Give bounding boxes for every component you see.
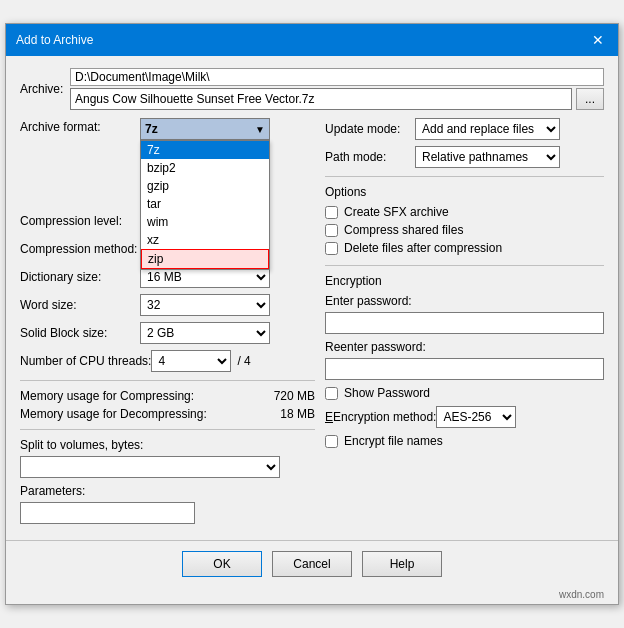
add-to-archive-dialog: Add to Archive ✕ Archive: D:\Document\Im… <box>5 23 619 605</box>
delete-after-checkbox[interactable] <box>325 242 338 255</box>
dialog-title: Add to Archive <box>16 33 93 47</box>
format-option-zip[interactable]: zip <box>141 249 269 269</box>
ok-button[interactable]: OK <box>182 551 262 577</box>
update-mode-select[interactable]: Add and replace files Update and add fil… <box>415 118 560 140</box>
format-selected[interactable]: 7z ▼ <box>140 118 270 140</box>
format-option-tar[interactable]: tar <box>141 195 269 213</box>
enter-password-input[interactable] <box>325 312 604 334</box>
compress-shared-checkbox[interactable] <box>325 224 338 237</box>
cpu-threads-max: / 4 <box>237 354 250 368</box>
format-selected-text: 7z <box>145 122 158 136</box>
memory-compress-row: Memory usage for Compressing: 720 MB <box>20 389 315 403</box>
reenter-password-input[interactable] <box>325 358 604 380</box>
solid-block-size-row: Solid Block size: 2 GB 1 GB 4 GB <box>20 322 315 344</box>
right-panel: Update mode: Add and replace files Updat… <box>325 118 604 524</box>
show-password-checkbox[interactable] <box>325 387 338 400</box>
format-dropdown[interactable]: 7z ▼ 7z bzip2 gzip tar wim xz zip <box>140 118 270 140</box>
cpu-threads-row: Number of CPU threads: 4 1 2 / 4 <box>20 350 315 372</box>
parameters-row: Parameters: <box>20 484 315 524</box>
parameters-input[interactable] <box>20 502 195 524</box>
encryption-title: Encryption <box>325 274 604 288</box>
word-size-label: Word size: <box>20 298 140 312</box>
split-volumes-select[interactable]: 10M 25M 100M 1G <box>20 456 280 478</box>
memory-compress-value: 720 MB <box>274 389 315 403</box>
path-mode-row: Path mode: Relative pathnames Absolute p… <box>325 146 604 168</box>
close-icon: ✕ <box>592 32 604 48</box>
show-password-label: Show Password <box>344 386 430 400</box>
path-mode-select[interactable]: Relative pathnames Absolute pathnames No… <box>415 146 560 168</box>
format-label: Archive format: <box>20 118 140 134</box>
options-title: Options <box>325 185 604 199</box>
left-panel: Archive format: 7z ▼ 7z bzip2 gzip tar w… <box>20 118 315 524</box>
delete-after-label: Delete files after compression <box>344 241 502 255</box>
archive-dir-display: D:\Document\Image\Milk\ <box>70 68 604 86</box>
format-option-xz[interactable]: xz <box>141 231 269 249</box>
help-button[interactable]: Help <box>362 551 442 577</box>
word-size-row: Word size: 32 16 64 128 <box>20 294 315 316</box>
compression-method-label: Compression method: <box>20 242 140 256</box>
format-option-7z[interactable]: 7z <box>141 141 269 159</box>
encrypt-filenames-row: Encrypt file names <box>325 434 604 448</box>
bottom-buttons: OK Cancel Help <box>6 540 618 589</box>
cancel-button[interactable]: Cancel <box>272 551 352 577</box>
format-row: Archive format: 7z ▼ 7z bzip2 gzip tar w… <box>20 118 315 140</box>
encryption-method-select[interactable]: AES-256 ZipCrypto <box>436 406 516 428</box>
split-volumes-label: Split to volumes, bytes: <box>20 438 315 452</box>
close-button[interactable]: ✕ <box>588 30 608 50</box>
cpu-threads-select[interactable]: 4 1 2 <box>151 350 231 372</box>
compress-shared-label: Compress shared files <box>344 223 463 237</box>
titlebar: Add to Archive ✕ <box>6 24 618 56</box>
memory-decompress-row: Memory usage for Decompressing: 18 MB <box>20 407 315 421</box>
watermark: wxdn.com <box>6 589 618 604</box>
reenter-password-label: Reenter password: <box>325 340 604 354</box>
dialog-content: Archive: D:\Document\Image\Milk\ ... Arc… <box>6 56 618 536</box>
encrypt-filenames-checkbox[interactable] <box>325 435 338 448</box>
archive-row: Archive: D:\Document\Image\Milk\ ... <box>20 68 604 110</box>
encryption-section: Encryption Enter password: Reenter passw… <box>325 274 604 448</box>
path-mode-label: Path mode: <box>325 150 415 164</box>
update-mode-label: Update mode: <box>325 122 415 136</box>
browse-label: ... <box>585 92 595 106</box>
update-mode-row: Update mode: Add and replace files Updat… <box>325 118 604 140</box>
format-option-bzip2[interactable]: bzip2 <box>141 159 269 177</box>
memory-decompress-value: 18 MB <box>280 407 315 421</box>
encryption-method-underline: E <box>325 410 333 424</box>
options-section: Options Create SFX archive Compress shar… <box>325 185 604 255</box>
parameters-label: Parameters: <box>20 484 315 498</box>
format-option-wim[interactable]: wim <box>141 213 269 231</box>
compress-shared-row: Compress shared files <box>325 223 604 237</box>
format-option-gzip[interactable]: gzip <box>141 177 269 195</box>
encryption-method-row: EEncryption method: AES-256 ZipCrypto <box>325 406 604 428</box>
format-dropdown-list: 7z bzip2 gzip tar wim xz zip <box>140 140 270 270</box>
solid-block-size-label: Solid Block size: <box>20 326 140 340</box>
cpu-threads-label: Number of CPU threads: <box>20 354 151 368</box>
compression-level-label: Compression level: <box>20 214 140 228</box>
create-sfx-row: Create SFX archive <box>325 205 604 219</box>
main-area: Archive format: 7z ▼ 7z bzip2 gzip tar w… <box>20 118 604 524</box>
delete-after-row: Delete files after compression <box>325 241 604 255</box>
memory-decompress-label: Memory usage for Decompressing: <box>20 407 207 421</box>
dictionary-size-label: Dictionary size: <box>20 270 140 284</box>
browse-button[interactable]: ... <box>576 88 604 110</box>
archive-label: Archive: <box>20 82 70 96</box>
memory-compress-label: Memory usage for Compressing: <box>20 389 194 403</box>
word-size-select[interactable]: 32 16 64 128 <box>140 294 270 316</box>
create-sfx-checkbox[interactable] <box>325 206 338 219</box>
encryption-method-label: EEncryption method: <box>325 410 436 424</box>
split-volumes-row: Split to volumes, bytes: 10M 25M 100M 1G <box>20 438 315 478</box>
encrypt-filenames-label: Encrypt file names <box>344 434 443 448</box>
archive-file-input[interactable] <box>70 88 572 110</box>
solid-block-size-select[interactable]: 2 GB 1 GB 4 GB <box>140 322 270 344</box>
chevron-down-icon: ▼ <box>255 124 265 135</box>
enter-password-label: Enter password: <box>325 294 604 308</box>
show-password-row: Show Password <box>325 386 604 400</box>
create-sfx-label: Create SFX archive <box>344 205 449 219</box>
